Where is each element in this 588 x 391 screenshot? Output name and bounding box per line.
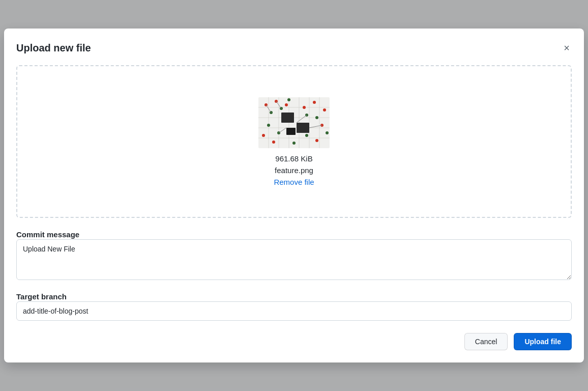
- upload-dialog: Upload new file ×: [4, 29, 584, 362]
- svg-point-33: [287, 98, 290, 101]
- file-preview: 961.68 KiB feature.png Remove file: [258, 97, 330, 186]
- close-button[interactable]: ×: [562, 41, 572, 55]
- svg-point-16: [285, 103, 288, 106]
- svg-point-20: [262, 134, 265, 137]
- svg-rect-12: [297, 123, 309, 133]
- dialog-title: Upload new file: [16, 42, 91, 54]
- dialog-footer: Cancel Upload file: [16, 333, 572, 350]
- dialog-header: Upload new file ×: [16, 41, 572, 55]
- remove-file-button[interactable]: Remove file: [274, 178, 314, 186]
- svg-point-17: [313, 101, 316, 104]
- svg-rect-13: [286, 128, 296, 135]
- target-branch-input[interactable]: [16, 301, 572, 321]
- file-size: 961.68 KiB: [275, 154, 312, 163]
- upload-file-button[interactable]: Upload file: [514, 333, 572, 350]
- commit-message-input[interactable]: Upload New File: [16, 239, 572, 280]
- dialog-overlay: Upload new file ×: [0, 0, 588, 391]
- file-name: feature.png: [275, 166, 313, 175]
- svg-point-21: [272, 141, 275, 144]
- svg-point-30: [305, 134, 308, 137]
- drop-zone[interactable]: 961.68 KiB feature.png Remove file: [16, 65, 572, 218]
- svg-point-22: [315, 139, 318, 142]
- svg-point-28: [267, 124, 270, 127]
- svg-point-32: [292, 142, 296, 145]
- commit-message-label: Commit message: [16, 230, 79, 239]
- svg-rect-0: [258, 97, 330, 148]
- svg-rect-11: [281, 113, 294, 123]
- svg-point-23: [303, 106, 306, 109]
- svg-point-18: [323, 108, 326, 111]
- svg-point-31: [326, 131, 329, 134]
- target-branch-label: Target branch: [16, 292, 67, 301]
- svg-point-27: [315, 116, 318, 119]
- file-thumbnail: [258, 97, 330, 148]
- cancel-button[interactable]: Cancel: [464, 333, 508, 350]
